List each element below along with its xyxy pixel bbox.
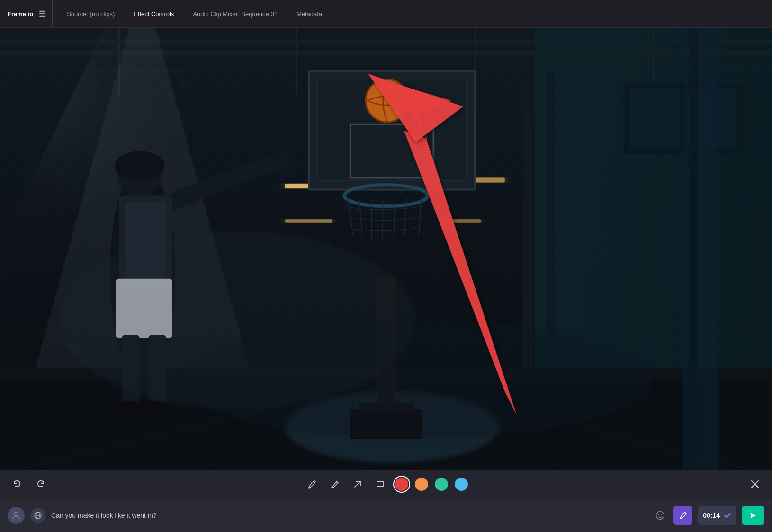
- emoji-button[interactable]: [653, 508, 668, 523]
- svg-rect-68: [377, 482, 384, 487]
- undo-redo-group: [9, 477, 48, 492]
- video-player: [0, 28, 772, 470]
- tab-effect-controls[interactable]: Effect Controls: [125, 0, 182, 27]
- undo-button[interactable]: [9, 477, 25, 492]
- redo-button[interactable]: [33, 477, 48, 492]
- drawing-toolbar: [0, 470, 772, 499]
- logo-area: Frame.io ☰: [5, 0, 53, 27]
- brush-tool-button[interactable]: [304, 476, 320, 492]
- svg-line-40: [371, 200, 372, 239]
- svg-point-51: [115, 151, 164, 181]
- svg-point-52: [274, 150, 296, 164]
- color-orange-button[interactable]: [415, 478, 428, 491]
- color-teal-button[interactable]: [435, 478, 448, 491]
- svg-marker-78: [750, 513, 756, 518]
- timestamp-button[interactable]: 00:14: [698, 506, 736, 525]
- svg-point-77: [661, 514, 662, 515]
- logo-text: Frame.io: [8, 10, 33, 18]
- svg-point-61: [178, 320, 653, 439]
- svg-rect-16: [285, 219, 332, 223]
- mention-button[interactable]: [30, 508, 45, 523]
- comment-bar: 00:14: [0, 499, 772, 532]
- rect-tool-button[interactable]: [372, 476, 388, 492]
- svg-rect-18: [445, 219, 481, 223]
- svg-rect-62: [683, 28, 718, 470]
- svg-rect-63: [689, 28, 698, 470]
- timestamp-value: 00:14: [703, 512, 720, 519]
- scene-background: [0, 28, 772, 470]
- svg-point-76: [658, 514, 659, 515]
- pencil-tool-button[interactable]: [327, 476, 343, 492]
- draw-annotation-button[interactable]: [673, 506, 692, 525]
- menu-icon[interactable]: ☰: [39, 9, 45, 18]
- tab-source[interactable]: Source: (no clips): [58, 0, 123, 27]
- send-icon: [749, 511, 757, 520]
- svg-line-41: [382, 200, 383, 239]
- checkmark-icon: [724, 512, 731, 519]
- svg-line-67: [355, 481, 360, 487]
- drawing-tools-group: [304, 476, 468, 492]
- video-canvas: [0, 28, 772, 470]
- user-avatar: [8, 507, 25, 524]
- arrow-tool-button[interactable]: [350, 476, 366, 492]
- svg-rect-12: [629, 89, 680, 148]
- svg-point-71: [14, 512, 18, 516]
- comment-input[interactable]: [51, 512, 647, 519]
- toolbar-close-group: [747, 477, 763, 492]
- tab-metadata[interactable]: Metadata: [288, 0, 331, 27]
- svg-point-59: [140, 401, 173, 415]
- color-red-button[interactable]: [395, 478, 408, 491]
- tab-audio-clip-mixer[interactable]: Audio Clip Mixer: Sequence 01: [184, 0, 286, 27]
- send-button[interactable]: [742, 506, 764, 525]
- svg-rect-27: [547, 71, 555, 368]
- tab-bar: Frame.io ☰ Source: (no clips) Effect Con…: [0, 0, 772, 28]
- svg-point-75: [656, 512, 664, 520]
- svg-rect-26: [522, 83, 533, 368]
- close-toolbar-button[interactable]: [747, 477, 763, 492]
- color-blue-button[interactable]: [455, 478, 468, 491]
